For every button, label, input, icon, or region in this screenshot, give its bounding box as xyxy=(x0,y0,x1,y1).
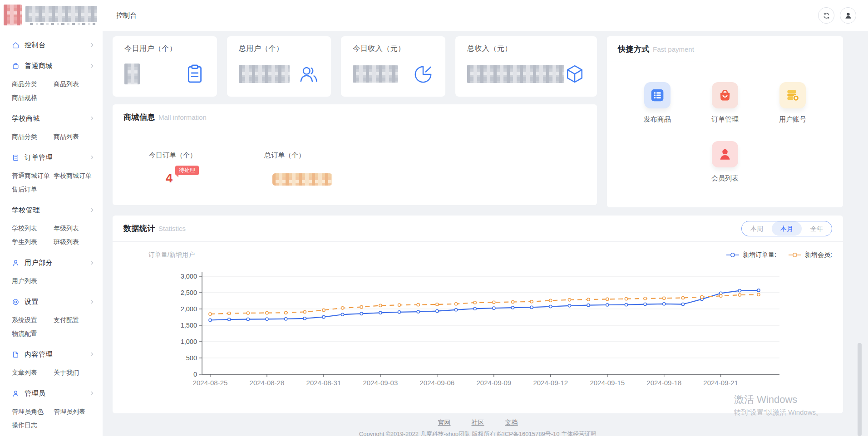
sidebar-subitem[interactable]: 学校商城订单 xyxy=(54,169,95,182)
shortcut-发布商品[interactable]: 发布商品 xyxy=(623,82,691,124)
stat-card-value-redacted xyxy=(124,64,140,84)
sidebar-subitem[interactable]: 管理员列表 xyxy=(54,405,95,418)
legend-item-新增订单量[interactable]: 新增订单量: xyxy=(726,251,776,259)
sidebar-item-school-admin[interactable]: 学校管理 xyxy=(0,200,103,220)
chevron-right-icon xyxy=(89,390,95,397)
shortcut-用户账号[interactable]: 用户账号 xyxy=(759,82,827,124)
sidebar-item-content[interactable]: 内容管理 xyxy=(0,344,103,365)
toggle-option-本周[interactable]: 本周 xyxy=(742,221,772,236)
shortcut-label: 订单管理 xyxy=(711,115,739,124)
gear-icon xyxy=(12,298,20,306)
user-icon xyxy=(12,259,20,267)
sidebar-item-label: 普通商城 xyxy=(25,62,89,70)
footer-link-社区[interactable]: 社区 xyxy=(472,419,484,427)
sidebar-subitem[interactable]: 商品列表 xyxy=(54,130,95,143)
mall-info-title: 商城信息 xyxy=(123,112,155,122)
sidebar-item-users[interactable]: 用户部分 xyxy=(0,252,103,273)
sidebar-subitem[interactable]: 学生列表 xyxy=(12,235,54,249)
shop-icon xyxy=(12,62,20,70)
toggle-option-本月[interactable]: 本月 xyxy=(772,221,802,236)
sidebar-subitem[interactable]: 管理员角色 xyxy=(12,405,54,418)
stat-card-label: 今日用户（个） xyxy=(124,44,205,54)
sidebar-group-orders: 订单管理普通商城订单学校商城订单售后订单 xyxy=(0,147,103,200)
sidebar-subitem[interactable]: 商品列表 xyxy=(54,77,95,91)
chart-y-axis-title: 订单量/新增用户 xyxy=(148,251,726,259)
stat-card-body xyxy=(124,64,205,84)
toggle-option-全年[interactable]: 全年 xyxy=(802,221,832,236)
shortcut-会员列表[interactable]: 会员列表 xyxy=(691,141,759,183)
svg-text:2024-08-25: 2024-08-25 xyxy=(193,379,228,387)
stat-card-4: 总收入（元） xyxy=(455,36,597,97)
today-orders-label: 今日订单（个） xyxy=(149,151,264,160)
svg-text:500: 500 xyxy=(186,354,197,362)
main-content: 今日用户（个）总用户（个）今日收入（元）总收入（元） 商城信息 Mall inf… xyxy=(103,31,868,436)
refresh-button[interactable] xyxy=(818,7,834,24)
svg-text:1,500: 1,500 xyxy=(181,322,197,329)
sidebar-subitem[interactable]: 商品分类 xyxy=(12,77,54,91)
legend-item-新增会员[interactable]: 新增会员: xyxy=(788,251,832,259)
sidebar: 控制台普通商城商品分类商品列表商品规格学校商城商品分类商品列表订单管理普通商城订… xyxy=(0,0,103,436)
sidebar-subitem[interactable]: 商品分类 xyxy=(12,130,54,143)
sidebar-submenu-admin: 管理员角色管理员列表操作日志 xyxy=(0,404,103,436)
sidebar-item-settings[interactable]: 设置 xyxy=(0,291,103,312)
sidebar-item-admin[interactable]: 管理员 xyxy=(0,383,103,404)
sidebar-subitem[interactable]: 用户列表 xyxy=(12,274,54,288)
sidebar-item-label: 学校管理 xyxy=(12,206,89,215)
scrollbar-thumb[interactable] xyxy=(858,343,862,436)
sidebar-group-settings: 设置系统设置支付配置物流配置 xyxy=(0,291,103,344)
time-range-toggle: 本周本月全年 xyxy=(741,221,832,236)
sidebar-submenu-settings: 系统设置支付配置物流配置 xyxy=(0,312,103,344)
stat-card-label: 今日收入（元） xyxy=(353,44,434,54)
legend-marker xyxy=(726,252,740,258)
total-orders-value-redacted xyxy=(272,173,332,186)
fast-payment-panel: 快捷方式 Fast payment 发布商品订单管理用户账号会员列表 xyxy=(607,36,843,207)
svg-text:0: 0 xyxy=(193,371,197,378)
stat-card-label: 总用户（个） xyxy=(239,44,320,54)
sidebar-subitem[interactable]: 普通商城订单 xyxy=(12,169,54,182)
sidebar-subitem[interactable]: 支付配置 xyxy=(54,313,95,327)
footer-links: 官网社区文档 xyxy=(113,419,843,427)
avatar-icon xyxy=(844,11,853,20)
sidebar-subitem[interactable]: 商品规格 xyxy=(12,91,54,104)
shortcut-订单管理[interactable]: 订单管理 xyxy=(691,82,759,124)
sidebar-subitem[interactable]: 年级列表 xyxy=(54,221,95,235)
stat-card-value-redacted xyxy=(239,65,290,83)
sidebar-subitem[interactable]: 文章列表 xyxy=(12,366,54,379)
stat-card-1: 今日用户（个） xyxy=(113,36,217,97)
svg-text:2,000: 2,000 xyxy=(181,305,197,313)
stat-card-3: 今日收入（元） xyxy=(341,36,445,97)
sidebar-item-console[interactable]: 控制台 xyxy=(0,34,103,55)
sidebar-subitem[interactable]: 操作日志 xyxy=(12,418,54,432)
fast-panel-title: 快捷方式 xyxy=(618,44,650,54)
sidebar-item-label: 订单管理 xyxy=(25,153,89,162)
sidebar-subitem[interactable]: 物流配置 xyxy=(12,327,54,340)
svg-text:2024-08-28: 2024-08-28 xyxy=(250,379,285,387)
breadcrumb-console[interactable]: 控制台 xyxy=(116,11,137,20)
pending-badge: 待处理 xyxy=(175,166,199,175)
total-orders-group: 总订单（个） xyxy=(264,151,380,186)
sidebar-submenu-school-admin: 学校列表年级列表学生列表班级列表 xyxy=(0,220,103,252)
footer-link-官网[interactable]: 官网 xyxy=(438,419,451,427)
chevron-right-icon xyxy=(89,42,95,48)
stat-card-body xyxy=(353,64,434,84)
user-avatar-button[interactable] xyxy=(840,7,856,24)
svg-text:2024-09-03: 2024-09-03 xyxy=(363,379,398,387)
svg-text:1,000: 1,000 xyxy=(181,338,197,345)
sidebar-subitem[interactable]: 系统设置 xyxy=(12,313,54,327)
chart-legend: 新增订单量:新增会员: xyxy=(726,251,832,259)
sidebar-submenu-content: 文章列表关于我们 xyxy=(0,365,103,383)
sidebar-item-school-mall[interactable]: 学校商城 xyxy=(0,108,103,129)
total-orders-label: 总订单（个） xyxy=(264,151,380,160)
sidebar-subitem[interactable]: 学校列表 xyxy=(12,221,54,235)
fast-panel-subtitle: Fast payment xyxy=(653,45,694,53)
sidebar-item-orders[interactable]: 订单管理 xyxy=(0,147,103,168)
sidebar-subitem[interactable]: 售后订单 xyxy=(12,182,54,196)
coins-icon xyxy=(779,82,806,108)
sidebar-item-normal-mall[interactable]: 普通商城 xyxy=(0,55,103,76)
stat-card-value-redacted xyxy=(353,65,398,83)
sidebar-item-label: 学校商城 xyxy=(12,114,89,123)
footer-link-文档[interactable]: 文档 xyxy=(505,419,518,427)
sidebar-subitem[interactable]: 关于我们 xyxy=(54,366,95,379)
legend-marker xyxy=(788,252,802,258)
sidebar-subitem[interactable]: 班级列表 xyxy=(54,235,95,249)
